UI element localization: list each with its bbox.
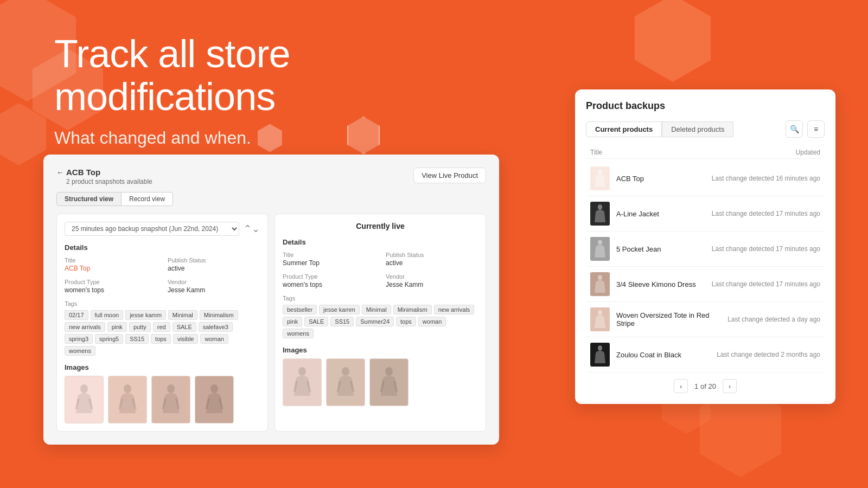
product-detail-card: ← ACB Top 2 product snapshots available …: [43, 155, 499, 445]
comparison-area: 25 minutes ago backup snapshot (Jun 22nd…: [56, 214, 486, 432]
tag: womens: [283, 329, 314, 338]
tag: Minimalism: [393, 305, 432, 314]
left-type-label: Product Type: [65, 279, 157, 285]
svg-point-1: [124, 384, 131, 393]
right-vendor-field: Vendor Jesse Kamm: [386, 273, 478, 288]
right-vendor-label: Vendor: [386, 273, 478, 280]
tab-structured-view[interactable]: Structured view: [56, 192, 122, 206]
backups-tabs: Current products Deleted products 🔍 ≡: [586, 120, 825, 138]
view-live-button[interactable]: View Live Product: [413, 168, 486, 183]
tag: Minimalism: [200, 310, 238, 320]
tag: Minimal: [362, 305, 391, 314]
tag: visible: [173, 334, 199, 344]
sub-title-text: What changed and when.: [54, 128, 251, 148]
table-row[interactable]: ACB TopLast change detected 16 minutes a…: [586, 161, 825, 196]
right-type-label: Product Type: [283, 273, 375, 280]
tag: tops: [151, 334, 171, 344]
right-vendor-value: Jesse Kamm: [386, 281, 478, 288]
header-section: Track all store modifications What chang…: [54, 33, 488, 152]
hex-decoration-tl3: [0, 103, 46, 165]
col-title-header: Title: [590, 149, 705, 156]
backup-product-thumb: [590, 166, 610, 190]
tag: Summer24: [356, 317, 394, 326]
product-image-thumb: [108, 376, 147, 423]
backup-product-name: Woven Oversized Tote in Red Stripe: [616, 311, 721, 328]
svg-point-5: [342, 367, 349, 376]
tab-current-products[interactable]: Current products: [586, 121, 662, 137]
backup-product-name: ACB Top: [616, 175, 705, 183]
tag: womens: [65, 346, 95, 356]
backup-product-thumb: [590, 237, 610, 261]
snapshot-panel-right: Currently live Details Title Summer Top …: [275, 214, 486, 432]
left-field-row-1: Title ACB Top Publish Status active: [65, 257, 260, 272]
left-tags-container: 02/17full moonjesse kammMinimalMinimalis…: [65, 310, 260, 356]
tag: SS15: [330, 317, 354, 326]
table-row[interactable]: Zoulou Coat in BlackLast change detected…: [586, 337, 825, 373]
snapshot-nav-icon[interactable]: ⌃⌄: [244, 223, 260, 235]
backup-updated-time: Last change detected 17 minutes ago: [712, 280, 820, 288]
filter-button[interactable]: ≡: [807, 120, 825, 138]
tag: woman: [200, 334, 228, 344]
product-thumb-icon: [593, 169, 607, 188]
snapshot-selector: 25 minutes ago backup snapshot (Jun 22nd…: [65, 222, 260, 236]
product-image-thumb: [151, 376, 190, 423]
person-figure-icon: [335, 366, 356, 399]
left-tags-label: Tags: [65, 300, 260, 307]
tag: jesse kamm: [125, 310, 166, 320]
card-title-area: ← ACB Top 2 product snapshots available: [56, 168, 152, 185]
right-title-field: Title Summer Top: [283, 252, 375, 267]
tag: spring5: [95, 334, 123, 344]
pagination: ‹ 1 of 20 ›: [586, 379, 825, 393]
right-details-label: Details: [283, 238, 478, 246]
table-row[interactable]: Woven Oversized Tote in Red StripeLast c…: [586, 302, 825, 337]
left-vendor-value: Jesse Kamm: [168, 286, 260, 294]
product-thumb-icon: [593, 204, 607, 223]
snapshots-text: 2 product snapshots available: [66, 178, 152, 185]
tag: full moon: [91, 310, 124, 320]
left-vendor-label: Vendor: [168, 279, 260, 285]
product-image-thumb: [326, 358, 365, 406]
table-row[interactable]: 5 Pocket JeanLast change detected 17 min…: [586, 232, 825, 267]
tag: 02/17: [65, 310, 88, 320]
tag: salefave3: [199, 322, 233, 332]
tab-deleted-products[interactable]: Deleted products: [662, 121, 733, 137]
left-publish-field: Publish Status active: [168, 257, 260, 272]
backup-updated-time: Last change detected 2 months ago: [717, 351, 820, 358]
table-row[interactable]: A-Line JacketLast change detected 17 min…: [586, 196, 825, 232]
right-title-label: Title: [283, 252, 375, 258]
left-publish-value: active: [168, 265, 260, 272]
left-images-row: [65, 376, 260, 423]
tag: new arrivals: [65, 322, 105, 332]
person-figure-icon: [291, 366, 313, 399]
tag: SALE: [173, 322, 196, 332]
hex-decoration-tr: [635, 0, 711, 82]
svg-point-8: [598, 204, 602, 210]
right-images-row: [283, 358, 478, 406]
left-details-label: Details: [65, 243, 260, 252]
tag: new arrivals: [434, 305, 475, 314]
tag: spring3: [65, 334, 93, 344]
snapshot-dropdown[interactable]: 25 minutes ago backup snapshot (Jun 22nd…: [65, 222, 239, 236]
back-link[interactable]: ← ACB Top: [56, 168, 152, 177]
col-updated-header: Updated: [705, 149, 820, 156]
product-thumb-icon: [593, 274, 607, 294]
person-figure-icon: [378, 366, 400, 399]
backups-table-body: ACB TopLast change detected 16 minutes a…: [586, 161, 825, 373]
search-button[interactable]: 🔍: [786, 120, 803, 138]
left-type-value: women's tops: [65, 286, 157, 294]
tab-record-view[interactable]: Record view: [122, 192, 173, 206]
live-label: Currently live: [283, 222, 478, 230]
table-row[interactable]: 3/4 Sleeve Kimono DressLast change detec…: [586, 267, 825, 302]
pagination-prev[interactable]: ‹: [674, 379, 688, 393]
left-vendor-field: Vendor Jesse Kamm: [168, 279, 260, 294]
svg-point-3: [210, 384, 218, 393]
pagination-next[interactable]: ›: [723, 379, 737, 393]
tag: tops: [396, 317, 416, 326]
svg-point-2: [167, 384, 175, 393]
pagination-label: 1 of 20: [694, 382, 716, 390]
svg-point-6: [385, 367, 393, 376]
svg-point-4: [298, 367, 306, 376]
tag: bestseller: [283, 305, 317, 314]
svg-point-7: [598, 169, 602, 175]
svg-point-9: [598, 240, 602, 245]
